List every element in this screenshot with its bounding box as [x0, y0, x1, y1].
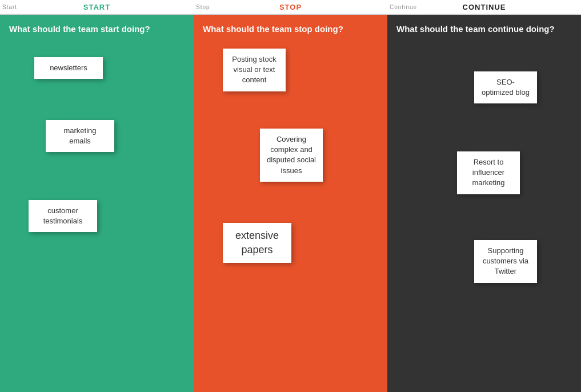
- note-influencer-marketing[interactable]: Resort to influencer marketing: [457, 151, 520, 194]
- start-corner-label: Start: [2, 4, 17, 10]
- continue-column-header: What should the team continue doing?: [394, 24, 574, 34]
- start-label: START: [83, 3, 110, 11]
- continue-section-header: Continue CONTINUE: [387, 3, 581, 11]
- note-covering-social[interactable]: Covering complex and disputed social iss…: [260, 129, 323, 182]
- note-marketing-emails[interactable]: marketing emails: [46, 120, 114, 152]
- start-section-header: Start START: [0, 3, 194, 11]
- note-twitter-support[interactable]: Supporting customers via Twitter: [474, 240, 537, 283]
- stop-section-header: Stop STOP: [194, 3, 387, 11]
- note-posting-stock[interactable]: Posting stock visual or text content: [223, 49, 286, 91]
- continue-corner-label: Continue: [390, 4, 417, 10]
- note-seo-blog[interactable]: SEO-optimized blog: [474, 71, 537, 103]
- note-extensive-papers[interactable]: extensive papers: [223, 223, 291, 263]
- top-bar: Start START Stop STOP Continue CONTINUE: [0, 0, 581, 15]
- start-column-header: What should the team start doing?: [7, 24, 187, 34]
- note-customer-testimonials[interactable]: customer testimonials: [29, 200, 97, 232]
- stop-corner-label: Stop: [196, 4, 210, 10]
- stop-column-header: What should the team stop doing?: [201, 24, 380, 34]
- continue-label: CONTINUE: [463, 3, 506, 11]
- note-newsletters[interactable]: newsletters: [34, 57, 103, 79]
- stop-label: STOP: [279, 3, 302, 11]
